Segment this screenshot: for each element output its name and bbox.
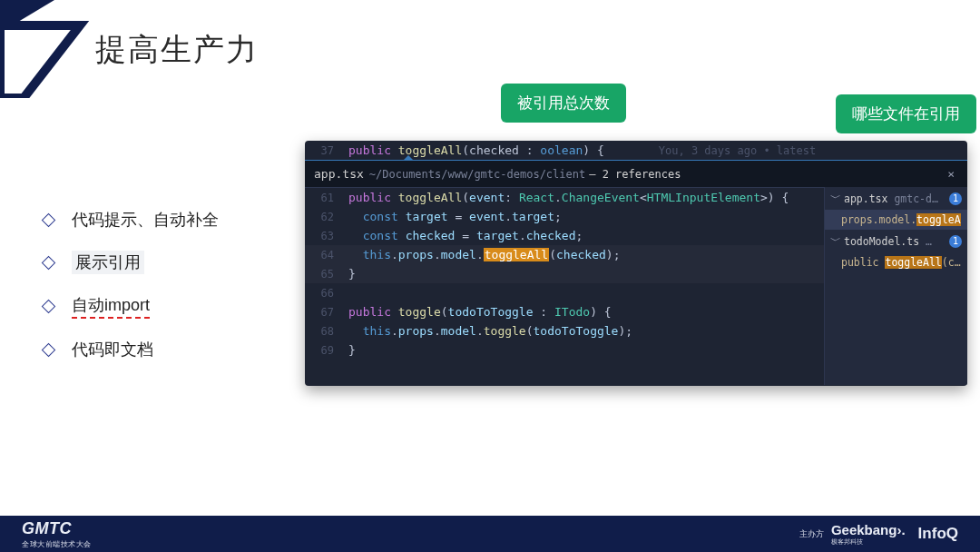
code-text: const target = event.target; — [348, 210, 562, 223]
ref-file-header[interactable]: ﹀app.tsx gmtc-d…1 — [825, 187, 967, 210]
line-number: 37 — [312, 144, 348, 157]
code-text: public toggleAll(checked : oolean) { — [348, 143, 604, 157]
code-text: this.props.model.toggleAll(checked); — [348, 248, 620, 261]
host-label: 主办方 — [799, 528, 824, 540]
code-text: this.props.model.toggle(todoToToggle); — [348, 324, 632, 338]
chevron-down-icon: ﹀ — [830, 192, 840, 205]
line-number: 62 — [312, 211, 348, 223]
ref-count-badge: 1 — [949, 235, 962, 248]
line-number: 61 — [312, 192, 348, 204]
svg-marker-0 — [0, 0, 54, 33]
sponsor-infoq: InfoQ — [918, 525, 958, 543]
code-text: public toggle(todoToToggle : ITodo) { — [348, 305, 612, 319]
feature-text: 代码提示、自动补全 — [72, 209, 219, 231]
line-number: 64 — [312, 249, 348, 261]
brand-logo: GMTC — [22, 519, 92, 538]
diamond-icon — [42, 342, 56, 357]
line-number: 68 — [312, 325, 348, 338]
peek-refcount: – 2 references — [589, 168, 681, 181]
peek-arrow-icon — [403, 155, 414, 161]
svg-marker-1 — [0, 25, 80, 98]
line-number: 63 — [312, 230, 348, 242]
gitlens-blame: You, 3 days ago • latest — [659, 144, 816, 157]
ref-count-badge: 1 — [949, 192, 962, 205]
slide-footer: GMTC 全球大前端技术大会 主办方 Geekbang›. 极客邦科技 Info… — [0, 516, 980, 552]
ref-line[interactable]: props.model.toggleA — [825, 210, 967, 230]
chevron-down-icon: ﹀ — [830, 234, 840, 248]
code-text: } — [348, 343, 356, 357]
feature-item: 代码提示、自动补全 — [44, 209, 219, 231]
diamond-icon — [42, 255, 56, 270]
line-number: 69 — [312, 344, 348, 357]
callout-refcount: 被引用总次数 — [501, 84, 626, 123]
line-number: 66 — [312, 287, 348, 300]
references-panel[interactable]: ﹀app.tsx gmtc-d…1props.model.toggleA﹀tod… — [824, 187, 967, 385]
code-editor: 37 public toggleAll(checked : oolean) { … — [305, 141, 967, 386]
sponsor-geekbang: Geekbang›. 极客邦科技 — [831, 522, 918, 547]
ref-line[interactable]: public toggleAll(chec — [825, 252, 967, 272]
feature-text: 代码即文档 — [72, 339, 153, 360]
code-text: public toggleAll(event: React.ChangeEven… — [348, 191, 789, 204]
callout-reffiles: 哪些文件在引用 — [836, 94, 976, 133]
diamond-icon — [42, 212, 56, 227]
feature-text: 展示引用 — [72, 251, 144, 274]
feature-item: 展示引用 — [44, 251, 219, 274]
close-icon[interactable]: × — [944, 167, 958, 181]
slide-title: 提高生产力 — [95, 29, 259, 71]
diamond-icon — [42, 300, 56, 314]
peek-path: ~/Documents/www/gmtc-demos/client — [369, 168, 585, 181]
line-number: 65 — [312, 268, 348, 281]
feature-text: 自动import — [72, 294, 150, 319]
code-text: const checked = target.checked; — [348, 229, 583, 242]
feature-item: 自动import — [44, 294, 219, 319]
ref-file-header[interactable]: ﹀todoModel.ts …1 — [825, 230, 967, 252]
code-text: } — [348, 267, 356, 281]
line-number: 67 — [312, 306, 348, 319]
peek-filename: app.tsx — [314, 167, 364, 181]
peek-header[interactable]: app.tsx ~/Documents/www/gmtc-demos/clien… — [305, 161, 967, 188]
feature-list: 代码提示、自动补全 展示引用 自动import 代码即文档 — [44, 209, 219, 380]
brand-subtitle: 全球大前端技术大会 — [22, 539, 92, 549]
feature-item: 代码即文档 — [44, 339, 219, 360]
decorative-wedge — [0, 0, 91, 98]
